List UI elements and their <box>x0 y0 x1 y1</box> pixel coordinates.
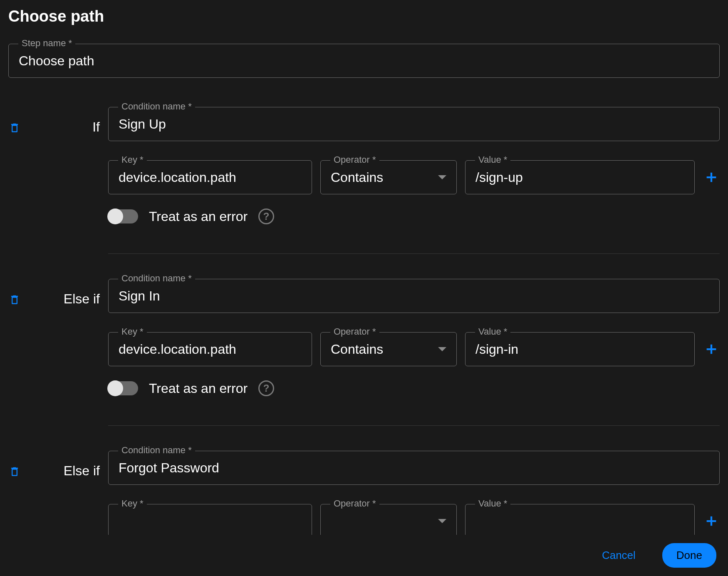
rule-key-label: Key * <box>118 154 147 165</box>
condition-prefix: Else if <box>37 291 100 307</box>
chevron-down-icon <box>438 519 446 523</box>
rule-operator-label: Operator * <box>330 498 379 509</box>
trash-icon[interactable] <box>8 464 21 478</box>
treat-as-error-label: Treat as an error <box>149 209 248 224</box>
rule-value-input[interactable] <box>475 342 684 357</box>
condition-name-field[interactable]: Condition name * <box>108 107 720 141</box>
cancel-button[interactable]: Cancel <box>588 543 650 568</box>
rule-key-label: Key * <box>118 326 147 337</box>
panel-title: Choose path <box>8 7 720 25</box>
condition-prefix: Else if <box>37 463 100 479</box>
condition-block: If Condition name * Key * Operator * <box>8 107 720 279</box>
treat-as-error-toggle[interactable] <box>108 381 138 395</box>
condition-block: Else if Condition name * Key * Operator … <box>8 451 720 538</box>
treat-as-error-toggle[interactable] <box>108 209 138 223</box>
help-icon[interactable]: ? <box>258 209 274 224</box>
condition-name-input[interactable] <box>119 460 709 476</box>
footer: Cancel Done <box>0 535 728 576</box>
add-rule-button[interactable] <box>703 513 720 529</box>
rule-value-label: Value * <box>475 498 510 509</box>
rule-operator-field[interactable]: Operator * Contains <box>320 332 457 366</box>
rule-key-field[interactable]: Key * <box>108 332 312 366</box>
chevron-down-icon <box>438 175 446 179</box>
step-name-field[interactable]: Step name * <box>8 44 720 78</box>
rule-key-input[interactable] <box>119 342 302 357</box>
rule-key-field[interactable]: Key * <box>108 504 312 538</box>
rule-operator-value: Contains <box>331 342 435 357</box>
add-rule-button[interactable] <box>703 341 720 358</box>
condition-name-label: Condition name * <box>118 273 195 284</box>
done-button[interactable]: Done <box>662 543 716 568</box>
rule-value-field[interactable]: Value * <box>465 504 695 538</box>
condition-block: Else if Condition name * Key * Operator … <box>8 279 720 451</box>
condition-name-label: Condition name * <box>118 445 195 456</box>
rule-operator-label: Operator * <box>330 326 379 337</box>
rule-key-label: Key * <box>118 498 147 509</box>
step-name-label: Step name * <box>18 38 75 49</box>
divider <box>108 253 720 254</box>
rule-operator-field[interactable]: Operator * <box>320 504 457 538</box>
rule-operator-field[interactable]: Operator * Contains <box>320 160 457 194</box>
treat-as-error-label: Treat as an error <box>149 381 248 396</box>
rule-key-input[interactable] <box>119 514 302 529</box>
add-rule-button[interactable] <box>703 169 720 186</box>
rule-key-field[interactable]: Key * <box>108 160 312 194</box>
condition-name-field[interactable]: Condition name * <box>108 451 720 485</box>
rule-value-input[interactable] <box>475 170 684 185</box>
rule-value-field[interactable]: Value * <box>465 160 695 194</box>
condition-name-label: Condition name * <box>118 101 195 112</box>
condition-name-input[interactable] <box>119 117 709 132</box>
divider <box>108 425 720 426</box>
rule-key-input[interactable] <box>119 170 302 185</box>
chevron-down-icon <box>438 347 446 351</box>
rule-value-label: Value * <box>475 154 510 165</box>
rule-value-field[interactable]: Value * <box>465 332 695 366</box>
rule-operator-label: Operator * <box>330 154 379 165</box>
trash-icon[interactable] <box>8 120 21 134</box>
condition-name-input[interactable] <box>119 288 709 304</box>
rule-operator-value: Contains <box>331 170 435 185</box>
condition-prefix: If <box>37 119 100 135</box>
help-icon[interactable]: ? <box>258 380 274 396</box>
step-name-input[interactable] <box>19 53 709 69</box>
trash-icon[interactable] <box>8 292 21 306</box>
rule-value-label: Value * <box>475 326 510 337</box>
rule-value-input[interactable] <box>475 514 684 529</box>
condition-name-field[interactable]: Condition name * <box>108 279 720 313</box>
